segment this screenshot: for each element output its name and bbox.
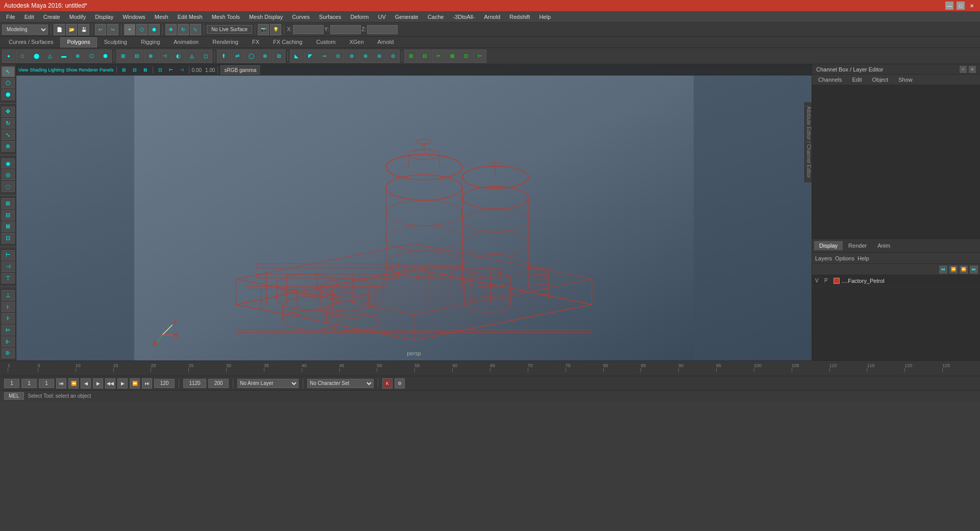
tool-uv-move[interactable]: ⊡ <box>459 50 473 63</box>
snap-grid[interactable]: ⊞ <box>2 198 15 209</box>
tool-uv-layout[interactable]: ⊟ <box>418 50 431 63</box>
save-button[interactable]: 💾 <box>78 24 89 35</box>
frame-current-input[interactable] <box>21 379 37 388</box>
titlebar-controls[interactable]: — □ ✕ <box>945 2 976 10</box>
paint-select-btn[interactable]: ⬢ <box>149 24 160 35</box>
menu-3dto-all[interactable]: -3DtoAll- <box>449 13 479 21</box>
vp-smooth[interactable]: ⊢ <box>166 65 176 75</box>
vp-frame-all[interactable]: ⊞ <box>119 65 129 75</box>
menu-generate[interactable]: Generate <box>391 13 423 21</box>
tool-prism[interactable]: ⬡ <box>85 50 98 63</box>
tab-curves-surfaces[interactable]: Curves / Surfaces <box>2 37 60 47</box>
tool-merge[interactable]: ⊚ <box>345 50 358 63</box>
vp-menu-lighting[interactable]: Lighting <box>48 65 64 75</box>
gamma-selector[interactable]: sRGB gamma <box>220 65 260 75</box>
menu-arnold[interactable]: Arnold <box>480 13 504 21</box>
attribute-editor-side-tab[interactable]: Attribute Editor / Channel Editor <box>804 102 812 182</box>
tool-smooth[interactable]: ◐ <box>172 50 185 63</box>
tool-bridge[interactable]: ⇌ <box>231 50 244 63</box>
scale-tool[interactable]: ⤡ <box>2 130 15 140</box>
paint-sel-tool[interactable]: ⬢ <box>2 89 15 100</box>
playback-forward[interactable]: ⏭ <box>142 378 152 389</box>
tool-connect[interactable]: ⊸ <box>317 50 331 63</box>
layer-next[interactable]: ⏩ <box>960 266 968 274</box>
tool-mirror[interactable]: ⊣ <box>158 50 171 63</box>
live-surface-button[interactable]: No Live Surface <box>207 25 252 34</box>
node-editor-btn[interactable]: ⊪ <box>2 348 15 358</box>
layers-tab-help[interactable]: Help <box>857 255 869 261</box>
soft-mod-tool[interactable]: ◉ <box>2 158 15 169</box>
vp-grid-toggle[interactable]: ⊠ <box>141 65 150 75</box>
settings-btn[interactable]: ⚙ <box>395 378 405 389</box>
tab-xgen[interactable]: XGen <box>342 37 370 47</box>
layer-rewind[interactable]: ⏮ <box>939 266 947 274</box>
sculpt-tool[interactable]: ◎ <box>2 170 15 180</box>
tab-rigging[interactable]: Rigging <box>134 37 166 47</box>
playback-next[interactable]: ▶ <box>117 378 128 389</box>
menu-deform[interactable]: Deform <box>346 13 373 21</box>
select-mode-btn[interactable]: ✦ <box>124 24 135 35</box>
tool-torus[interactable]: ⊕ <box>71 50 84 63</box>
new-button[interactable]: 📄 <box>54 24 65 35</box>
z-input[interactable] <box>367 25 398 34</box>
layer-fastfwd[interactable]: ⏭ <box>970 266 978 274</box>
tool-quads[interactable]: ◻ <box>199 50 212 63</box>
channel-box-left[interactable]: ⊧ <box>2 313 15 324</box>
menu-mesh-display[interactable]: Mesh Display <box>245 13 287 21</box>
menu-edit-mesh[interactable]: Edit Mesh <box>174 13 207 21</box>
vp-menu-panels[interactable]: Panels <box>100 65 114 75</box>
menu-help[interactable]: Help <box>535 13 555 21</box>
tool-collapse[interactable]: ⊙ <box>331 50 345 63</box>
tab-fx-caching[interactable]: FX Caching <box>266 37 309 47</box>
tool-boolean[interactable]: ⊕ <box>144 50 157 63</box>
cb-tab-channels[interactable]: Channels <box>814 76 846 84</box>
render-settings[interactable]: ⊢ <box>2 250 15 261</box>
camera-btn[interactable]: 📷 <box>258 24 269 35</box>
tool-uv-cut[interactable]: ✂ <box>432 50 445 63</box>
close-button[interactable]: ✕ <box>968 2 976 10</box>
playback-prev-frame[interactable]: ⏪ <box>68 378 79 389</box>
playback-prev[interactable]: ◀ <box>81 378 91 389</box>
undo-button[interactable]: ↩ <box>95 24 106 35</box>
redo-button[interactable]: ↪ <box>107 24 118 35</box>
menu-modify[interactable]: Modify <box>65 13 90 21</box>
tab-sculpting[interactable]: Sculpting <box>97 37 134 47</box>
tool-insert-loop[interactable]: ⊝ <box>386 50 400 63</box>
scale-btn[interactable]: ⤡ <box>190 24 201 35</box>
range-end-input[interactable] <box>208 379 229 388</box>
layers-tab-options[interactable]: Options <box>835 255 854 261</box>
tool-cone[interactable]: △ <box>43 50 57 63</box>
viewport[interactable]: View Shading Lighting Show Renderer Pane… <box>16 64 812 360</box>
vp-frame-selected[interactable]: ⊟ <box>130 65 139 75</box>
cb-tab-show[interactable]: Show <box>894 76 917 84</box>
tool-extrude[interactable]: ⬆ <box>217 50 230 63</box>
cb-tab-object[interactable]: Object <box>868 76 892 84</box>
frame-end-input[interactable] <box>154 379 175 388</box>
maximize-button[interactable]: □ <box>957 2 965 10</box>
render-view[interactable]: ⊤ <box>2 273 15 284</box>
tool-uv-sew[interactable]: ⊠ <box>446 50 459 63</box>
layers-tab-layers[interactable]: Layers <box>815 255 832 261</box>
frame-start-input[interactable] <box>4 379 19 388</box>
x-input[interactable] <box>293 25 324 34</box>
menu-curves[interactable]: Curves <box>288 13 314 21</box>
vp-menu-show[interactable]: Show <box>66 65 78 75</box>
channel-box-close[interactable]: ✕ <box>969 66 976 73</box>
lasso-btn[interactable]: ⬡ <box>136 24 148 35</box>
universal-tool[interactable]: ⊕ <box>2 141 15 152</box>
open-button[interactable]: 📂 <box>66 24 77 35</box>
tool-uv-unfold[interactable]: ⊞ <box>404 50 418 63</box>
anim-layer-dropdown[interactable]: No Anim Layer <box>237 379 299 388</box>
tool-separate[interactable]: ⊟ <box>130 50 143 63</box>
tool-append[interactable]: ⊕ <box>258 50 272 63</box>
channel-box-expand[interactable]: + <box>960 66 967 73</box>
timeline-numbers[interactable]: 1510152025303540455055606570758085909510… <box>0 361 980 376</box>
tool-chamfer[interactable]: ◤ <box>304 50 317 63</box>
tool-cube[interactable]: □ <box>16 50 29 63</box>
menu-mesh[interactable]: Mesh <box>151 13 173 21</box>
vp-menu-shading[interactable]: Shading <box>30 65 46 75</box>
tool-triangulate[interactable]: ◬ <box>185 50 199 63</box>
tool-split[interactable]: ⊜ <box>373 50 386 63</box>
playback-play-rev[interactable]: ◀◀ <box>105 378 115 389</box>
lasso-tool[interactable]: ⬡ <box>2 78 15 89</box>
